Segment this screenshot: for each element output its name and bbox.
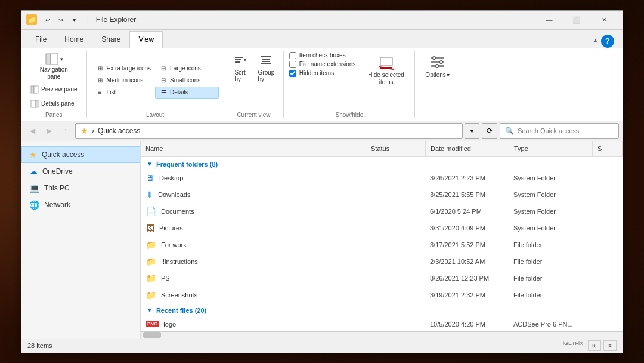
help-button[interactable]: ? <box>601 35 614 48</box>
col-header-name[interactable]: Name <box>141 141 366 156</box>
nav-pane-icon <box>45 52 59 66</box>
title-bar: 📁 ↩ ↪ ▾ | File Explorer — ⬜ ✕ <box>21 11 623 30</box>
maximize-button[interactable]: ⬜ <box>563 10 590 29</box>
hide-selected-button[interactable]: Hide selecteditems <box>363 51 410 89</box>
col-header-size[interactable]: S <box>593 141 623 156</box>
qat-redo[interactable]: ↪ <box>55 14 67 26</box>
large-label: Large icons <box>170 65 201 72</box>
file-cell-date: 2/3/2021 10:52 AM <box>425 258 509 265</box>
file-name: Desktop <box>159 174 183 182</box>
file-list-scroll[interactable]: ▼ Frequent folders (8) 🖥 Desktop 3/26/20… <box>141 157 623 331</box>
hidden-items-text: Hidden items <box>299 70 334 76</box>
current-view-content: Sortby Groupby <box>229 51 279 110</box>
ribbon-collapse-icon[interactable]: ▲ <box>592 36 599 44</box>
preview-pane-button[interactable]: Preview pane <box>26 83 82 96</box>
search-box[interactable]: 🔍 <box>500 123 619 139</box>
address-path[interactable]: ★ › Quick access <box>75 123 463 139</box>
tab-home[interactable]: Home <box>55 31 92 48</box>
tab-file[interactable]: File <box>26 31 55 48</box>
sidebar-item-quick-access[interactable]: ★ Quick access <box>21 146 140 163</box>
file-cell-type: System Folder <box>509 224 592 232</box>
medium-label: Medium icons <box>107 77 144 84</box>
panes-group-label: Panes <box>45 112 62 118</box>
item-checkboxes-label[interactable]: Item check boxes <box>289 52 356 59</box>
file-cell-name: 🖼 Pictures <box>141 223 366 233</box>
svg-rect-12 <box>262 61 270 62</box>
ribbon: File Home Share View ▲ ? <box>21 30 623 121</box>
group-by-button[interactable]: Groupby <box>254 51 279 85</box>
group-by-label: Groupby <box>258 69 275 82</box>
table-row[interactable]: 📁 !!instructions 2/3/2021 10:52 AM File … <box>141 253 623 270</box>
tab-share[interactable]: Share <box>92 31 129 48</box>
item-checkboxes-input[interactable] <box>289 52 296 59</box>
file-cell-type: ACDSee Pro 6 PN... <box>509 321 592 328</box>
layout-group-content: ⊞ Extra large icons ⊟ Large icons ⊞ Medi… <box>92 51 219 110</box>
recent-files-label: Recent files (20) <box>156 307 206 314</box>
table-row[interactable]: 📁 PS 3/26/2021 12:23 PM File folder <box>141 270 623 287</box>
file-name-extensions-label[interactable]: File name extensions <box>289 61 356 68</box>
table-row[interactable]: ⬇ Downloads 3/25/2021 5:55 PM System Fol… <box>141 186 623 203</box>
address-dropdown[interactable]: ▾ <box>465 123 479 139</box>
recent-files-chevron[interactable]: ▼ <box>147 307 153 313</box>
grid-view-toggle[interactable]: ⊞ <box>588 340 601 351</box>
minimize-button[interactable]: — <box>535 10 563 29</box>
layout-large[interactable]: ⊟ Large icons <box>155 63 218 75</box>
col-header-status[interactable]: Status <box>366 141 426 156</box>
items-count: 28 items <box>27 342 52 349</box>
sidebar-item-this-pc[interactable]: 💻 This PC <box>21 180 140 196</box>
list-label: List <box>107 89 116 96</box>
file-name-extensions-input[interactable] <box>289 61 296 68</box>
col-header-type[interactable]: Type <box>509 141 593 156</box>
sidebar-item-onedrive[interactable]: ☁ OneDrive <box>21 163 140 180</box>
up-button[interactable]: ↑ <box>58 124 73 138</box>
back-button[interactable]: ◀ <box>25 124 39 138</box>
small-icon: ⊟ <box>159 76 168 85</box>
table-row[interactable]: 🖥 Desktop 3/26/2021 2:23 PM System Folde… <box>141 170 623 186</box>
sidebar-item-network[interactable]: 🌐 Network <box>21 196 140 213</box>
navigation-pane-button[interactable]: ▾ Navigationpane <box>26 51 82 82</box>
table-row[interactable]: 📄 Documents 6/1/2020 5:24 PM System Fold… <box>141 203 623 220</box>
table-row[interactable]: 📁 Screenshots 3/19/2021 2:32 PM File fol… <box>141 287 623 303</box>
layout-small[interactable]: ⊟ Small icons <box>155 75 218 87</box>
forward-button[interactable]: ▶ <box>42 124 56 138</box>
table-row[interactable]: 🖼 Pictures 3/31/2020 4:09 PM System Fold… <box>141 220 623 236</box>
file-cell-name: 📁 PS <box>141 273 366 283</box>
layout-extra-large[interactable]: ⊞ Extra large icons <box>92 63 155 75</box>
documents-icon: 📄 <box>146 207 156 216</box>
current-view-label: Current view <box>237 112 270 118</box>
search-input[interactable] <box>518 127 614 134</box>
status-bar: 28 items iGETFiX ⊞ ≡ <box>21 339 623 353</box>
frequent-folders-chevron[interactable]: ▼ <box>147 161 153 167</box>
sort-by-button[interactable]: Sortby <box>229 51 252 85</box>
close-button[interactable]: ✕ <box>590 10 618 29</box>
layout-list[interactable]: ≡ List <box>92 87 155 99</box>
layout-medium[interactable]: ⊞ Medium icons <box>92 75 155 87</box>
refresh-button[interactable]: ⟳ <box>482 123 497 139</box>
tab-view[interactable]: View <box>129 31 163 48</box>
quick-access-label: Quick access <box>42 150 84 159</box>
hidden-items-input[interactable] <box>289 70 296 77</box>
table-row[interactable]: PNG logo 10/5/2020 4:20 PM ACDSee Pro 6 … <box>141 316 623 331</box>
list-view-toggle[interactable]: ≡ <box>603 340 617 351</box>
svg-marker-9 <box>244 59 246 61</box>
qat-undo[interactable]: ↩ <box>42 14 54 26</box>
png-icon: PNG <box>146 321 159 327</box>
options-button[interactable]: Options ▾ <box>420 51 454 81</box>
file-name: Documents <box>161 208 194 215</box>
details-pane-icon <box>30 100 39 108</box>
col-header-date[interactable]: Date modified <box>426 141 509 156</box>
hide-selected-label: Hide selecteditems <box>368 72 404 86</box>
panes-buttons: ▾ Navigationpane Preview pane <box>26 51 82 110</box>
hidden-items-label[interactable]: Hidden items <box>289 70 356 77</box>
layout-details[interactable]: ☰ Details <box>155 87 218 99</box>
file-cell-type: System Folder <box>509 174 592 182</box>
nav-pane-label: Navigationpane <box>40 66 68 81</box>
horizontal-scrollbar[interactable] <box>141 331 623 339</box>
folder-icon: 📁 <box>146 273 156 283</box>
details-pane-button[interactable]: Details pane <box>26 97 82 110</box>
svg-rect-4 <box>31 100 36 107</box>
svg-point-20 <box>432 56 435 59</box>
qat-dropdown[interactable]: ▾ <box>68 14 80 26</box>
svg-rect-13 <box>261 63 271 64</box>
table-row[interactable]: 📁 For work 3/17/2021 5:52 PM File folder <box>141 236 623 253</box>
